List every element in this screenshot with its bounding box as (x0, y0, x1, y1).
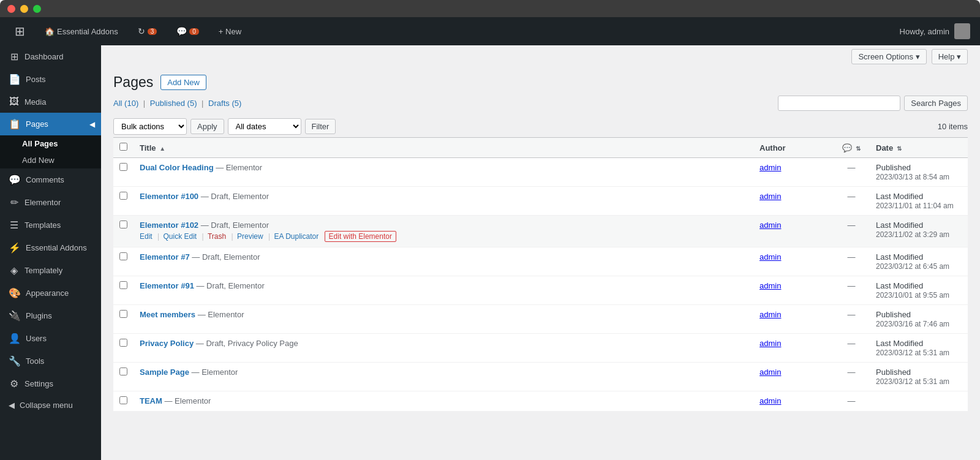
author-column-header: Author (753, 138, 833, 158)
page-title-link[interactable]: Meet members (140, 310, 195, 319)
sidebar-item-posts[interactable]: 📄 Posts (0, 68, 101, 91)
add-new-button[interactable]: Add New (160, 75, 206, 90)
row-checkbox[interactable] (119, 252, 127, 260)
updates-link[interactable]: ↻ 3 (133, 24, 162, 39)
sidebar-item-appearance[interactable]: 🎨 Appearance (0, 282, 101, 304)
sidebar-item-users[interactable]: 👤 Users (0, 327, 101, 350)
preview-link[interactable]: Preview (237, 232, 263, 241)
row-date-cell: Published 2023/03/12 at 5:31 am (870, 363, 968, 391)
edit-with-elementor-button[interactable]: Edit with Elementor (325, 231, 396, 242)
sidebar-item-plugins[interactable]: 🔌 Plugins (0, 304, 101, 327)
row-comments-cell: — (833, 247, 870, 276)
mac-close-btn[interactable] (7, 5, 15, 13)
author-link[interactable]: admin (760, 396, 781, 405)
page-title-link[interactable]: Sample Page (140, 368, 189, 377)
row-checkbox[interactable] (119, 339, 127, 347)
sidebar-item-elementor[interactable]: ✏ Elementor (0, 191, 101, 214)
filter-button[interactable]: Filter (305, 119, 336, 134)
sidebar-item-dashboard[interactable]: ⊞ Dashboard (0, 45, 101, 68)
search-pages-input[interactable] (778, 96, 900, 111)
date-value: 2023/03/12 at 5:31 am (876, 377, 949, 386)
select-all-header (113, 138, 134, 158)
wp-logo[interactable]: ⊞ (10, 21, 30, 41)
filter-drafts[interactable]: Drafts (5) (208, 99, 241, 108)
author-link[interactable]: admin (760, 339, 781, 348)
sidebar-item-essential-addons[interactable]: ⚡ Essential Addons (0, 236, 101, 259)
row-date-cell: Last Modified 2023/10/01 at 9:55 am (870, 276, 968, 305)
author-link[interactable]: admin (760, 221, 781, 230)
table-row: TEAM — Elementor admin — (113, 391, 968, 412)
row-title-cell: Elementor #102 — Draft, Elementor Edit |… (134, 216, 753, 247)
page-title-link[interactable]: Elementor #91 (140, 281, 194, 290)
row-checkbox[interactable] (119, 368, 127, 375)
date-filter-select[interactable]: All dates (228, 118, 301, 135)
row-checkbox[interactable] (119, 163, 127, 171)
page-title-link[interactable]: Dual Color Heading (140, 163, 214, 172)
sidebar-item-label: Dashboard (24, 52, 64, 61)
pages-icon: 📋 (9, 118, 21, 130)
row-date-cell: Last Modified 2023/11/02 at 3:29 am (870, 216, 968, 247)
author-link[interactable]: admin (760, 163, 781, 172)
page-status: — Elementor (164, 396, 211, 405)
comments-link[interactable]: 💬 0 (172, 24, 204, 39)
page-title-link[interactable]: Elementor #102 (140, 221, 198, 230)
row-title-cell: TEAM — Elementor (134, 391, 753, 412)
page-title-link[interactable]: Elementor #7 (140, 252, 190, 262)
admin-avatar[interactable] (954, 23, 970, 39)
bulk-actions-select[interactable]: Bulk actions (113, 118, 187, 135)
author-link[interactable]: admin (760, 281, 781, 290)
ea-duplicator-link[interactable]: EA Duplicator (274, 232, 318, 241)
row-checkbox[interactable] (119, 281, 127, 289)
row-checkbox[interactable] (119, 221, 127, 228)
wp-layout: ⊞ Dashboard 📄 Posts 🖼 Media 📋 Pages ◀ Al… (0, 45, 980, 460)
row-checkbox[interactable] (119, 396, 127, 404)
actions-bar: Bulk actions Apply All dates Filter 10 i… (101, 116, 980, 137)
sidebar-item-label: Templates (24, 221, 61, 230)
date-status: Published (876, 368, 911, 377)
sidebar-item-tools[interactable]: 🔧 Tools (0, 350, 101, 372)
sidebar-item-settings[interactable]: ⚙ Settings (0, 372, 101, 395)
page-status: — Draft, Elementor (192, 252, 260, 262)
screen-options-button[interactable]: Screen Options ▾ (851, 49, 926, 64)
collapse-menu-button[interactable]: ◀ Collapse menu (0, 395, 101, 415)
sidebar-item-templately[interactable]: ◈ Templately (0, 259, 101, 282)
page-title-link[interactable]: Elementor #100 (140, 192, 198, 201)
quick-edit-link[interactable]: Quick Edit (163, 232, 197, 241)
row-checkbox[interactable] (119, 310, 127, 318)
date-value: 2023/03/13 at 8:54 am (876, 173, 949, 181)
sidebar-item-media[interactable]: 🖼 Media (0, 91, 101, 113)
howdy-text: Howdy, admin (900, 27, 949, 36)
row-checkbox[interactable] (119, 192, 127, 200)
page-status: — Elementor (216, 163, 262, 172)
title-column-header[interactable]: Title ▲ (134, 138, 753, 158)
apply-button[interactable]: Apply (190, 119, 224, 134)
help-button[interactable]: Help ▾ (932, 49, 968, 64)
row-comments-cell: — (833, 276, 870, 305)
new-content-link[interactable]: + New (214, 25, 246, 39)
submenu-add-new[interactable]: Add New (0, 152, 101, 168)
author-link[interactable]: admin (760, 310, 781, 319)
trash-link[interactable]: Trash (208, 232, 226, 241)
submenu-all-pages[interactable]: All Pages (0, 135, 101, 152)
page-title-link[interactable]: Privacy Policy (140, 339, 194, 348)
mac-minimize-btn[interactable] (20, 5, 28, 13)
filter-published[interactable]: Published (5) (150, 99, 197, 108)
sidebar-item-comments[interactable]: 💬 Comments (0, 168, 101, 191)
search-pages-button[interactable]: Search Pages (904, 96, 968, 111)
author-link[interactable]: admin (760, 192, 781, 201)
author-link[interactable]: admin (760, 368, 781, 377)
filter-all[interactable]: All (10) (113, 99, 138, 108)
author-link[interactable]: admin (760, 252, 781, 262)
sidebar-item-templates[interactable]: ☰ Templates (0, 214, 101, 236)
select-all-checkbox[interactable] (119, 143, 127, 151)
sidebar-item-label: Users (26, 334, 47, 343)
date-value: 2023/03/12 at 5:31 am (876, 349, 949, 357)
row-comments-cell: — (833, 363, 870, 391)
row-checkbox-cell (113, 216, 134, 247)
page-title-link[interactable]: TEAM (140, 396, 162, 405)
sidebar-item-pages[interactable]: 📋 Pages ◀ (0, 113, 101, 135)
date-column-header[interactable]: Date ⇅ (870, 138, 968, 158)
site-name-link[interactable]: 🏠 Essential Addons (40, 25, 123, 39)
mac-maximize-btn[interactable] (33, 5, 41, 13)
edit-link[interactable]: Edit (140, 232, 153, 241)
